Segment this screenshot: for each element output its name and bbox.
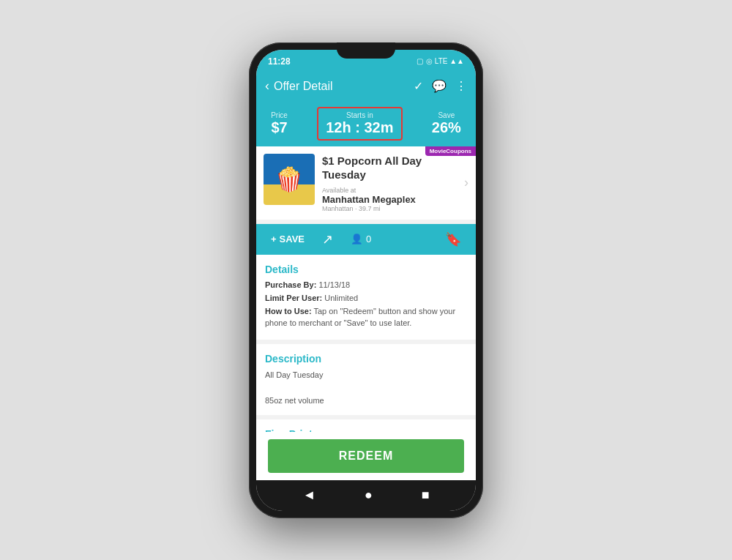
bookmark-icon: 🔖 bbox=[445, 232, 461, 247]
price-item: Price $7 bbox=[271, 111, 288, 136]
how-to-use-row: How to Use: Tap on "Redeem" button and s… bbox=[265, 306, 467, 329]
limit-row: Limit Per User: Unlimited bbox=[265, 293, 467, 304]
limit-label: Limit Per User: bbox=[265, 294, 322, 302]
purchase-by-label: Purchase By: bbox=[265, 280, 316, 289]
offer-card: MovieCoupons 🍿 $1 Popcorn All Day Tuesda… bbox=[256, 146, 476, 220]
price-label: Price bbox=[271, 111, 288, 119]
back-button[interactable]: ‹ bbox=[265, 78, 269, 94]
save-label: SAVE bbox=[280, 234, 305, 244]
header-left: ‹ Offer Detail bbox=[265, 78, 333, 94]
price-value: $7 bbox=[271, 119, 288, 136]
starts-in-box: Starts in 12h : 32m bbox=[317, 107, 402, 141]
redeem-button[interactable]: REDEEM bbox=[268, 439, 464, 473]
description-line2: 85oz net volume bbox=[265, 395, 467, 407]
offer-details: $1 Popcorn All Day Tuesday Available at … bbox=[322, 154, 457, 212]
available-at-label: Available at bbox=[322, 187, 457, 194]
action-bar: + SAVE ↗ 👤 0 🔖 bbox=[256, 224, 476, 255]
nav-home-icon[interactable]: ● bbox=[365, 488, 373, 503]
battery-icon: ▢ bbox=[417, 57, 423, 65]
purchase-by-row: Purchase By: 11/13/18 bbox=[265, 280, 467, 291]
save-button[interactable]: + SAVE bbox=[265, 231, 310, 247]
details-section: Details Purchase By: 11/13/18 Limit Per … bbox=[256, 255, 476, 340]
description-section: Description All Day Tuesday 85oz net vol… bbox=[256, 344, 476, 415]
nav-back-icon[interactable]: ◄ bbox=[302, 488, 315, 503]
merchant-name[interactable]: Manhattan Megaplex bbox=[322, 194, 457, 205]
starts-in-value: 12h : 32m bbox=[326, 119, 393, 136]
nav-square-icon[interactable]: ■ bbox=[422, 488, 430, 503]
bookmark-button[interactable]: 🔖 bbox=[439, 228, 467, 250]
chevron-right-icon[interactable]: › bbox=[464, 175, 468, 190]
share-button[interactable]: ↗ bbox=[316, 228, 339, 250]
details-section-title: Details bbox=[265, 264, 467, 275]
followers-button[interactable]: 👤 0 bbox=[345, 231, 377, 247]
app-header: ‹ Offer Detail ✓ 💬 ⋮ bbox=[256, 70, 476, 102]
status-icons: ▢ ◎ LTE ▲▲ bbox=[417, 57, 464, 65]
phone-notch bbox=[337, 42, 395, 59]
merchant-sub: Manhattan · 39.7 mi bbox=[322, 205, 457, 212]
bottom-bar: REDEEM bbox=[256, 432, 476, 480]
save-value: 26% bbox=[432, 119, 461, 136]
status-time: 11:28 bbox=[268, 56, 291, 67]
header-title: Offer Detail bbox=[274, 80, 333, 93]
share-icon: ↗ bbox=[322, 232, 333, 247]
fine-print-section: Fine Print bbox=[256, 419, 476, 431]
person-icon: 👤 bbox=[351, 234, 363, 244]
how-to-use-label: How to Use: bbox=[265, 307, 312, 316]
description-section-title: Description bbox=[265, 353, 467, 365]
purchase-by-value: 11/13/18 bbox=[318, 280, 350, 289]
check-icon[interactable]: ✓ bbox=[414, 79, 423, 93]
plus-icon: + bbox=[271, 234, 277, 244]
followers-count: 0 bbox=[366, 234, 371, 244]
signal-icon: ◎ LTE ▲▲ bbox=[426, 57, 464, 65]
save-item: Save 26% bbox=[432, 111, 461, 136]
offer-title: $1 Popcorn All Day Tuesday bbox=[322, 154, 457, 182]
movie-coupons-badge: MovieCoupons bbox=[425, 146, 476, 156]
offer-header: 🍿 $1 Popcorn All Day Tuesday Available a… bbox=[256, 146, 476, 220]
content-area[interactable]: MovieCoupons 🍿 $1 Popcorn All Day Tuesda… bbox=[256, 146, 476, 432]
chat-icon[interactable]: 💬 bbox=[432, 79, 447, 93]
popcorn-emoji: 🍿 bbox=[274, 165, 304, 193]
more-icon[interactable]: ⋮ bbox=[455, 79, 467, 93]
offer-image: 🍿 bbox=[264, 154, 315, 205]
header-right: ✓ 💬 ⋮ bbox=[414, 79, 467, 93]
limit-value: Unlimited bbox=[324, 294, 358, 302]
phone-device: 11:28 ▢ ◎ LTE ▲▲ ‹ Offer Detail ✓ 💬 ⋮ Pr… bbox=[249, 42, 483, 518]
description-line1: All Day Tuesday bbox=[265, 369, 467, 381]
phone-screen: 11:28 ▢ ◎ LTE ▲▲ ‹ Offer Detail ✓ 💬 ⋮ Pr… bbox=[256, 50, 476, 511]
nav-bar: ◄ ● ■ bbox=[256, 480, 476, 511]
price-bar: Price $7 Starts in 12h : 32m Save 26% bbox=[256, 102, 476, 146]
save-label: Save bbox=[432, 111, 461, 119]
starts-in-label: Starts in bbox=[326, 111, 393, 119]
